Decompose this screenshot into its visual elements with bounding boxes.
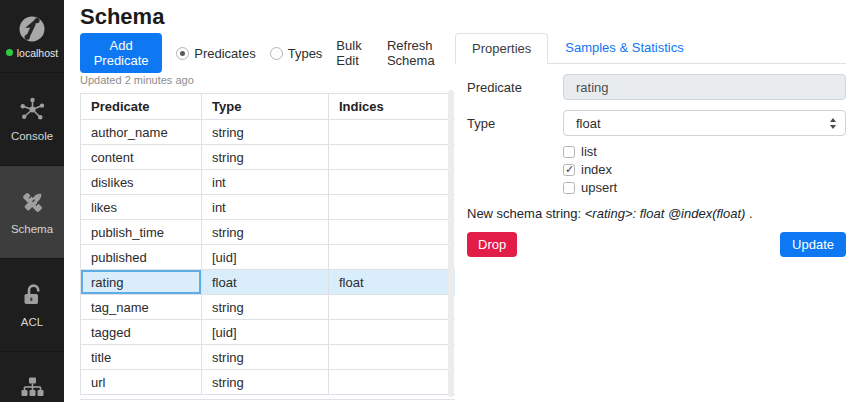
cell-indices[interactable] (329, 245, 457, 270)
brand-label: localhost (17, 47, 58, 59)
column-header-indices: Indices (329, 94, 457, 120)
table-row-selected[interactable]: ratingfloatfloat (81, 270, 457, 295)
cell-predicate[interactable]: tag_name (81, 295, 202, 320)
cell-indices[interactable] (329, 370, 457, 395)
table-scrollbar[interactable] (448, 90, 454, 397)
cell-predicate-focused[interactable]: rating (81, 270, 202, 295)
cell-type[interactable]: [uid] (202, 320, 329, 345)
cell-type[interactable]: string (202, 220, 329, 245)
form-actions: Drop Update (467, 232, 846, 257)
index-checkbox[interactable] (563, 164, 575, 176)
sidebar: localhost (0, 0, 64, 402)
checkbox-row-index[interactable]: index (563, 162, 846, 177)
bulk-edit-button[interactable]: Bulk Edit (336, 38, 373, 68)
dgraph-logo-icon (17, 14, 47, 44)
cell-indices[interactable] (329, 145, 457, 170)
table-row[interactable]: titlestring (81, 345, 457, 370)
sidebar-item-acl[interactable]: ACL (0, 258, 64, 351)
schema-string-value: <rating>: float @index(float) (585, 206, 746, 221)
cell-predicate[interactable]: tagged (81, 320, 202, 345)
cell-predicate[interactable]: published (81, 245, 202, 270)
type-options: list index upsert (563, 144, 846, 195)
sitemap-icon (19, 374, 46, 401)
predicate-field-label: Predicate (467, 80, 563, 95)
cell-type[interactable]: string (202, 295, 329, 320)
checkbox-row-upsert[interactable]: upsert (563, 180, 846, 195)
table-row[interactable]: author_namestring (81, 120, 457, 145)
cell-predicate[interactable]: dislikes (81, 170, 202, 195)
cell-type[interactable]: float (202, 270, 329, 295)
radio-types-label[interactable]: Types (288, 46, 323, 61)
tab-samples-statistics[interactable]: Samples & Statistics (548, 32, 701, 63)
radio-predicates-control[interactable] (176, 47, 189, 60)
graph-icon (19, 96, 46, 123)
table-row[interactable]: urlstring (81, 370, 457, 395)
type-select[interactable]: float (563, 110, 846, 136)
detail-tabs: Properties Samples & Statistics (455, 32, 846, 64)
index-checkbox-label[interactable]: index (581, 162, 612, 177)
cell-predicate[interactable]: likes (81, 195, 202, 220)
predicate-detail-panel: Properties Samples & Statistics Predicat… (455, 0, 854, 402)
cell-predicate[interactable]: title (81, 345, 202, 370)
cell-indices[interactable] (329, 295, 457, 320)
table-row[interactable]: tag_namestring (81, 295, 457, 320)
cell-type[interactable]: string (202, 345, 329, 370)
sidebar-item-schema[interactable]: Schema (0, 165, 64, 258)
radio-types-control[interactable] (270, 47, 283, 60)
cell-type[interactable]: [uid] (202, 245, 329, 270)
sidebar-item-explorer[interactable]: Explorerβ (0, 351, 64, 402)
predicate-properties-form: Predicate Type float list (455, 74, 846, 257)
sidebar-item-label: Schema (11, 223, 53, 235)
cell-indices[interactable] (329, 220, 457, 245)
list-checkbox-label[interactable]: list (581, 144, 597, 159)
cell-predicate[interactable]: publish_time (81, 220, 202, 245)
sidebar-item-console[interactable]: Console (0, 72, 64, 165)
table-row[interactable]: contentstring (81, 145, 457, 170)
update-button[interactable]: Update (780, 232, 846, 257)
type-field-label: Type (467, 116, 563, 131)
cell-indices[interactable] (329, 320, 457, 345)
cell-predicate[interactable]: content (81, 145, 202, 170)
unlock-icon (19, 282, 46, 309)
sidebar-item-label: Console (11, 130, 53, 142)
upsert-checkbox[interactable] (563, 182, 575, 194)
cell-type[interactable]: string (202, 120, 329, 145)
cell-indices[interactable] (329, 170, 457, 195)
select-arrows-icon (830, 118, 836, 129)
upsert-checkbox-label[interactable]: upsert (581, 180, 617, 195)
cell-indices[interactable]: float (329, 270, 457, 295)
table-row[interactable]: published[uid] (81, 245, 457, 270)
cell-type[interactable]: int (202, 195, 329, 220)
predicate-table: Predicate Type Indices author_namestring… (80, 93, 456, 400)
table-row[interactable]: likesint (81, 195, 457, 220)
last-updated-text: Updated 2 minutes ago (80, 74, 456, 86)
connection-status-dot (6, 49, 13, 56)
cell-indices[interactable] (329, 345, 457, 370)
app-window: localhost (0, 0, 854, 402)
radio-predicates-label[interactable]: Predicates (194, 46, 255, 61)
list-checkbox[interactable] (563, 146, 575, 158)
add-predicate-button[interactable]: Add Predicate (80, 33, 162, 73)
drop-button[interactable]: Drop (467, 232, 517, 257)
table-header-row: Predicate Type Indices (81, 94, 457, 120)
cell-indices[interactable] (329, 195, 457, 220)
type-select-value: float (576, 116, 601, 131)
cell-predicate[interactable]: author_name (81, 120, 202, 145)
tab-properties[interactable]: Properties (455, 33, 548, 64)
table-row[interactable]: tagged[uid] (81, 320, 457, 345)
cell-type[interactable]: string (202, 370, 329, 395)
schema-toolbar: Add Predicate Predicates Types Bulk Edit… (80, 40, 456, 66)
tools-icon (19, 189, 46, 216)
cell-indices[interactable] (329, 120, 457, 145)
refresh-schema-button[interactable]: Refresh Schema (387, 38, 456, 68)
page-title: Schema (80, 4, 456, 30)
radio-types[interactable]: Types (270, 46, 323, 61)
cell-type[interactable]: string (202, 145, 329, 170)
cell-predicate[interactable]: url (81, 370, 202, 395)
table-row[interactable]: publish_timestring (81, 220, 457, 245)
table-row[interactable]: dislikesint (81, 170, 457, 195)
checkbox-row-list[interactable]: list (563, 144, 846, 159)
radio-predicates[interactable]: Predicates (176, 46, 255, 61)
cell-type[interactable]: int (202, 170, 329, 195)
sidebar-brand-localhost[interactable]: localhost (0, 0, 64, 72)
